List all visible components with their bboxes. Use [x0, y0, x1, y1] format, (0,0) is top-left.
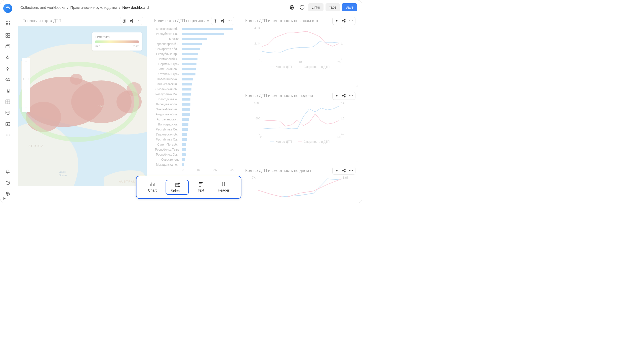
svg-point-66	[336, 95, 337, 96]
svg-point-86	[351, 170, 351, 171]
heatmap-body[interactable]: AFRICA ASIA AUSTRAL Indian Ocean Геоточк…	[18, 26, 147, 186]
svg-rect-13	[6, 46, 9, 48]
panel-gear-icon[interactable]	[122, 18, 127, 24]
svg-point-21	[9, 134, 10, 135]
heatmap-panel: Тепловая карта ДТП	[18, 14, 147, 200]
zoom-handle[interactable]	[23, 78, 28, 80]
panel-gear-icon[interactable]	[334, 18, 340, 24]
bar-label: Новосибирска...	[152, 77, 182, 81]
bar-row: Республика Мо...	[152, 92, 234, 97]
svg-point-72	[352, 96, 353, 96]
svg-point-50	[336, 20, 337, 21]
bar-axis: 01K2K3K	[182, 167, 234, 172]
app-logo[interactable]	[3, 4, 12, 13]
apps-grid-icon[interactable]	[3, 19, 12, 28]
svg-point-68	[344, 94, 345, 95]
svg-point-83	[344, 169, 345, 170]
barchart-body: Московская об...Республика Ба...МоскваКр…	[150, 26, 238, 187]
panel-share-icon[interactable]	[341, 18, 347, 24]
panel-more-icon[interactable]	[227, 18, 232, 24]
add-selector-button[interactable]: Selector	[166, 180, 189, 195]
bar-label: Смоленская об...	[152, 87, 182, 91]
panel-gear-icon[interactable]	[334, 93, 340, 99]
svg-point-39	[70, 74, 83, 85]
line-hours-panel: Кол-во ДТП и смертность по часам в те 4.…	[241, 14, 359, 87]
barchart-panel: Количество ДТП по регионам Московская об…	[150, 14, 238, 200]
svg-point-27	[130, 20, 131, 21]
bar-row: Приморский к...	[152, 57, 234, 62]
svg-point-54	[349, 21, 350, 21]
panel-gear-icon[interactable]	[334, 168, 340, 173]
bar-row: Алтайский край	[152, 72, 234, 77]
svg-text:0: 0	[259, 132, 260, 135]
svg-point-5	[9, 23, 10, 24]
add-header-button[interactable]: Header	[213, 180, 234, 195]
bar-label: Амурская обла...	[152, 113, 182, 116]
bar-row: Республика Кр...	[152, 52, 234, 57]
svg-point-82	[342, 170, 343, 171]
legend-max: max	[133, 44, 139, 48]
svg-point-36	[26, 102, 61, 132]
bar-row: Республика Са...	[152, 137, 234, 142]
zoom-in-button[interactable]: +	[22, 58, 30, 66]
expand-sidebar-icon[interactable]	[3, 197, 6, 200]
bar-row: Пермский край	[152, 62, 234, 67]
monitor-icon[interactable]	[3, 108, 12, 117]
svg-point-1	[7, 21, 8, 22]
star-icon[interactable]	[3, 53, 12, 62]
svg-point-69	[344, 96, 345, 97]
breadcrumb-mid[interactable]: Практические руководства	[70, 5, 117, 10]
barchart-title: Количество ДТП по регионам	[154, 19, 209, 23]
svg-point-85	[349, 170, 350, 171]
svg-text:7K: 7K	[252, 176, 256, 179]
panel-more-icon[interactable]	[136, 18, 141, 24]
line-days-body: 7K5K1.681.56	[241, 176, 359, 197]
panel-share-icon[interactable]	[129, 18, 134, 24]
more-icon[interactable]	[3, 130, 12, 140]
save-button[interactable]: Save	[342, 3, 357, 11]
breadcrumb-root[interactable]: Collections and workbooks	[20, 5, 65, 10]
bar-row: Самарская обл...	[152, 47, 234, 52]
top-bar: Collections and workbooks / Практические…	[15, 0, 362, 14]
svg-point-48	[229, 21, 230, 21]
svg-point-43	[215, 20, 216, 21]
add-chart-button[interactable]: Chart	[143, 180, 161, 195]
bar-row: Магаданская о...	[152, 162, 234, 167]
bar-row: Новосибирска...	[152, 77, 234, 82]
table-icon[interactable]	[3, 97, 12, 106]
panel-share-icon[interactable]	[341, 93, 347, 99]
panel-more-icon[interactable]	[348, 18, 354, 24]
resize-handle-icon[interactable]	[356, 159, 358, 162]
zoom-slider[interactable]	[22, 66, 30, 104]
info-icon[interactable]	[298, 3, 306, 11]
svg-point-29	[132, 21, 133, 22]
line-weeks-panel: Кол-во ДТП и смертность по неделя 160080…	[241, 89, 359, 162]
link-icon[interactable]	[3, 75, 12, 84]
bolt-icon[interactable]	[3, 64, 12, 73]
zoom-out-button[interactable]: −	[22, 104, 30, 112]
svg-point-24	[291, 7, 293, 8]
add-text-button[interactable]: Text	[193, 180, 209, 195]
map-label-aus: AUSTRAL	[119, 180, 135, 183]
panel-share-icon[interactable]	[220, 18, 225, 24]
panel-gear-icon[interactable]	[213, 18, 218, 24]
folders-icon[interactable]	[3, 42, 12, 51]
play-folder-icon[interactable]	[3, 119, 12, 128]
svg-point-92	[178, 183, 179, 184]
links-button[interactable]: Links	[308, 3, 324, 11]
resize-handle-icon[interactable]	[356, 84, 358, 87]
panel-share-icon[interactable]	[341, 168, 347, 173]
gear-icon[interactable]	[288, 3, 296, 11]
svg-text:Ocean: Ocean	[59, 174, 67, 177]
dashboards-icon[interactable]	[3, 31, 12, 40]
bar-label: Республика Мо...	[152, 93, 182, 96]
svg-text:50: 50	[337, 135, 341, 139]
svg-text:0: 0	[259, 57, 260, 60]
chart-icon[interactable]	[3, 86, 12, 95]
panel-more-icon[interactable]	[348, 168, 354, 173]
tabs-button[interactable]: Tabs	[326, 3, 340, 11]
bell-icon[interactable]	[3, 167, 12, 176]
help-icon[interactable]	[3, 178, 12, 187]
panel-more-icon[interactable]	[348, 93, 354, 99]
legend-gradient	[95, 40, 139, 43]
